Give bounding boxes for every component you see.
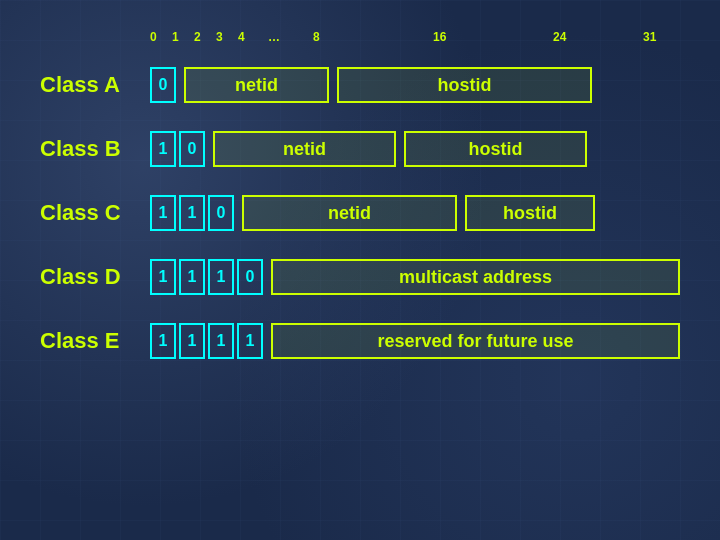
class-b-bit-1: 0 <box>179 131 205 167</box>
class-a-row: Class A 0 netid hostid <box>40 62 680 108</box>
label-pos8: 8 <box>313 30 320 44</box>
label-pos0: 0 <box>150 30 157 44</box>
class-d-multicast: multicast address <box>271 259 680 295</box>
class-c-bit-0: 1 <box>150 195 176 231</box>
class-e-bit-0: 1 <box>150 323 176 359</box>
class-c-bit-2: 0 <box>208 195 234 231</box>
class-e-bit-3: 1 <box>237 323 263 359</box>
label-ellipsis: … <box>268 30 280 44</box>
class-e-bit-2: 1 <box>208 323 234 359</box>
class-b-netid: netid <box>213 131 396 167</box>
class-c-bits: 1 1 0 <box>150 195 234 231</box>
class-b-label: Class B <box>40 136 150 162</box>
class-c-bit-1: 1 <box>179 195 205 231</box>
class-d-bits: 1 1 1 0 <box>150 259 263 295</box>
class-c-netid: netid <box>242 195 457 231</box>
label-pos2: 2 <box>194 30 201 44</box>
class-d-bit-1: 1 <box>179 259 205 295</box>
class-e-label: Class E <box>40 328 150 354</box>
class-d-bit-0: 1 <box>150 259 176 295</box>
label-pos4: 4 <box>238 30 245 44</box>
class-d-row: Class D 1 1 1 0 multicast address <box>40 254 680 300</box>
class-d-label: Class D <box>40 264 150 290</box>
main-content: 0 1 2 3 4 … 8 16 24 31 Class A 0 netid h… <box>0 0 720 402</box>
class-e-bits: 1 1 1 1 <box>150 323 263 359</box>
class-d-bit-3: 0 <box>237 259 263 295</box>
class-c-label: Class C <box>40 200 150 226</box>
class-b-bit-0: 1 <box>150 131 176 167</box>
class-b-bits: 1 0 <box>150 131 205 167</box>
class-a-bits: 0 <box>150 67 176 103</box>
label-pos16: 16 <box>433 30 446 44</box>
class-a-label: Class A <box>40 72 150 98</box>
class-a-netid: netid <box>184 67 329 103</box>
class-b-hostid: hostid <box>404 131 587 167</box>
label-pos24: 24 <box>553 30 566 44</box>
class-e-row: Class E 1 1 1 1 reserved for future use <box>40 318 680 364</box>
position-labels: 0 1 2 3 4 … 8 16 24 31 <box>150 30 680 58</box>
label-pos3: 3 <box>216 30 223 44</box>
class-e-bit-1: 1 <box>179 323 205 359</box>
label-pos31: 31 <box>643 30 656 44</box>
class-e-reserved: reserved for future use <box>271 323 680 359</box>
label-pos1: 1 <box>172 30 179 44</box>
class-a-hostid: hostid <box>337 67 592 103</box>
class-a-bit-0: 0 <box>150 67 176 103</box>
class-c-row: Class C 1 1 0 netid hostid <box>40 190 680 236</box>
class-c-hostid: hostid <box>465 195 595 231</box>
class-d-bit-2: 1 <box>208 259 234 295</box>
class-b-row: Class B 1 0 netid hostid <box>40 126 680 172</box>
